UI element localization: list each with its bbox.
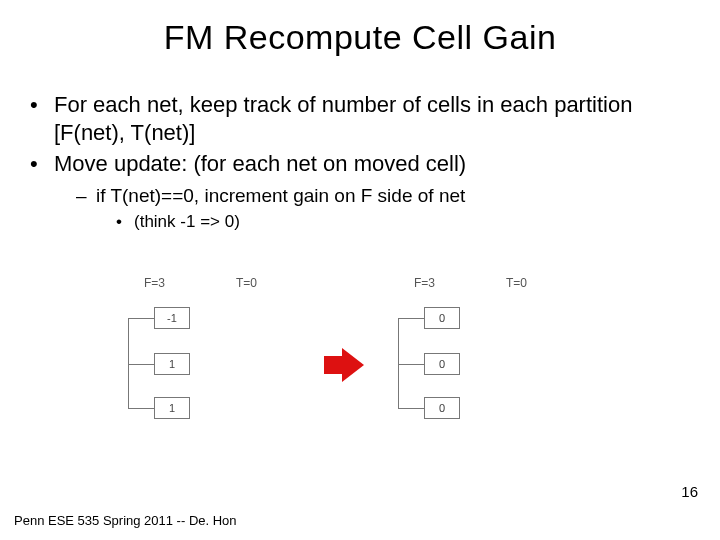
bullet-dot: • [30, 150, 54, 178]
diagram-right: F=3 T=0 0 0 0 [390, 276, 590, 436]
bullet-dot: • [116, 211, 134, 232]
wire [128, 408, 154, 409]
footer-text: Penn ESE 535 Spring 2011 -- De. Hon [14, 513, 237, 528]
bullet-level1: • For each net, keep track of number of … [30, 91, 690, 146]
wire [128, 318, 154, 319]
cell-box: 0 [424, 353, 460, 375]
cell-box: 1 [154, 397, 190, 419]
content-area: • For each net, keep track of number of … [0, 57, 720, 233]
cell-box: 0 [424, 397, 460, 419]
wire [398, 408, 424, 409]
cell-box: 0 [424, 307, 460, 329]
bullet-text: if T(net)==0, increment gain on F side o… [96, 184, 465, 208]
wire [398, 318, 424, 319]
cell-box: -1 [154, 307, 190, 329]
bullet-level2: – if T(net)==0, increment gain on F side… [30, 184, 690, 208]
wire [398, 318, 399, 408]
bullet-text: For each net, keep track of number of ce… [54, 91, 690, 146]
bullet-text: Move update: (for each net on moved cell… [54, 150, 690, 178]
bullet-dash: – [76, 184, 96, 208]
f-label: F=3 [144, 276, 165, 290]
bullet-text: (think -1 => 0) [134, 211, 240, 232]
wire [398, 364, 424, 365]
f-label: F=3 [414, 276, 435, 290]
diagram: F=3 T=0 -1 1 1 F=3 T=0 0 0 0 [120, 276, 600, 446]
slide-title: FM Recompute Cell Gain [0, 0, 720, 57]
cell-box: 1 [154, 353, 190, 375]
wire [128, 318, 129, 408]
page-number: 16 [681, 483, 698, 500]
bullet-level3: • (think -1 => 0) [30, 211, 690, 232]
wire [128, 364, 154, 365]
bullet-dot: • [30, 91, 54, 146]
t-label: T=0 [506, 276, 527, 290]
bullet-level1: • Move update: (for each net on moved ce… [30, 150, 690, 178]
t-label: T=0 [236, 276, 257, 290]
diagram-left: F=3 T=0 -1 1 1 [120, 276, 320, 436]
